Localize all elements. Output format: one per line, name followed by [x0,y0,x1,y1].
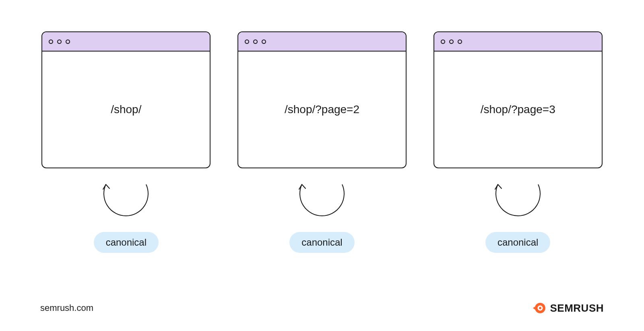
tag-label: canonical [497,237,538,248]
window-dot-icon [49,39,53,44]
semrush-fireball-icon [532,301,546,315]
self-arrow [288,180,356,225]
self-arrow [484,180,552,225]
browser-titlebar [434,32,602,52]
browser-body: /shop/?page=3 [434,52,602,168]
brand-logo: SEMRUSH [532,301,604,315]
page-column: /shop/?page=2 canonical [236,31,408,253]
page-url: /shop/?page=2 [285,103,359,116]
window-dot-icon [57,39,62,44]
browser-titlebar [42,32,210,52]
page-url: /shop/?page=3 [481,103,555,116]
footer: semrush.com SEMRUSH [40,301,604,315]
browser-window: /shop/ [41,31,211,168]
window-dot-icon [245,39,249,44]
tag-label: canonical [106,237,147,248]
svg-point-2 [539,307,541,309]
window-dot-icon [253,39,258,44]
self-loop-arrow-icon [92,180,160,225]
brand-name: SEMRUSH [550,302,604,314]
window-dot-icon [66,39,70,44]
browser-window: /shop/?page=3 [433,31,603,168]
browser-row: /shop/ canonical /sh [0,0,644,253]
canonical-tag: canonical [289,232,354,253]
page-column: /shop/?page=3 canonical [432,31,604,253]
self-loop-arrow-icon [288,180,356,225]
browser-body: /shop/?page=2 [238,52,406,168]
self-loop-arrow-icon [484,180,552,225]
browser-titlebar [238,32,406,52]
page-column: /shop/ canonical [40,31,212,253]
browser-body: /shop/ [42,52,210,168]
window-dot-icon [441,39,445,44]
canonical-tag: canonical [94,232,159,253]
window-dot-icon [262,39,266,44]
footer-url: semrush.com [40,303,93,313]
self-arrow [92,180,160,225]
tag-label: canonical [301,237,342,248]
browser-window: /shop/?page=2 [237,31,407,168]
page-url: /shop/ [111,103,141,116]
window-dot-icon [449,39,454,44]
window-dot-icon [458,39,462,44]
canonical-tag: canonical [485,232,550,253]
diagram-canvas: /shop/ canonical /sh [0,0,644,331]
